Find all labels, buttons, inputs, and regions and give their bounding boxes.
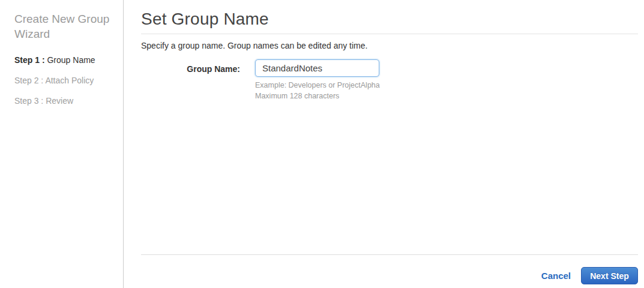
group-name-input[interactable] [255, 59, 379, 77]
create-group-wizard-page: Create New Group Wizard Step 1 : Group N… [0, 0, 644, 288]
cancel-button[interactable]: Cancel [541, 271, 571, 281]
next-step-button[interactable]: Next Step [581, 267, 638, 284]
step1-prefix: Step 1 : [14, 55, 45, 65]
step1-label: Group Name [47, 55, 95, 65]
page-title: Set Group Name [141, 8, 638, 30]
sidebar-step-review[interactable]: Step 3 : Review [14, 97, 117, 106]
wizard-sidebar: Create New Group Wizard Step 1 : Group N… [0, 0, 124, 288]
sidebar-step-group-name[interactable]: Step 1 : Group Name [14, 56, 117, 65]
step2-label: Attach Policy [45, 76, 94, 85]
main-content: Set Group Name Specify a group name. Gro… [124, 0, 644, 288]
hint-example: Example: Developers or ProjectAlpha [255, 80, 380, 91]
group-name-form-row: Group Name: Example: Developers or Proje… [141, 59, 638, 101]
footer-actions: Cancel Next Step [141, 267, 638, 284]
group-name-label: Group Name: [141, 59, 240, 74]
footer-divider [141, 254, 638, 255]
step2-prefix: Step 2 : [14, 76, 43, 85]
wizard-footer: Cancel Next Step [141, 254, 638, 288]
page-description: Specify a group name. Group names can be… [141, 41, 638, 50]
group-name-field: Example: Developers or ProjectAlpha Maxi… [255, 59, 380, 101]
title-divider [141, 34, 638, 34]
wizard-steps: Step 1 : Group Name Step 2 : Attach Poli… [14, 56, 117, 106]
step3-label: Review [46, 96, 73, 106]
sidebar-step-attach-policy[interactable]: Step 2 : Attach Policy [14, 76, 117, 85]
hint-max-characters: Maximum 128 characters [255, 91, 380, 101]
step3-prefix: Step 3 : [14, 96, 43, 106]
wizard-title: Create New Group Wizard [14, 11, 110, 41]
